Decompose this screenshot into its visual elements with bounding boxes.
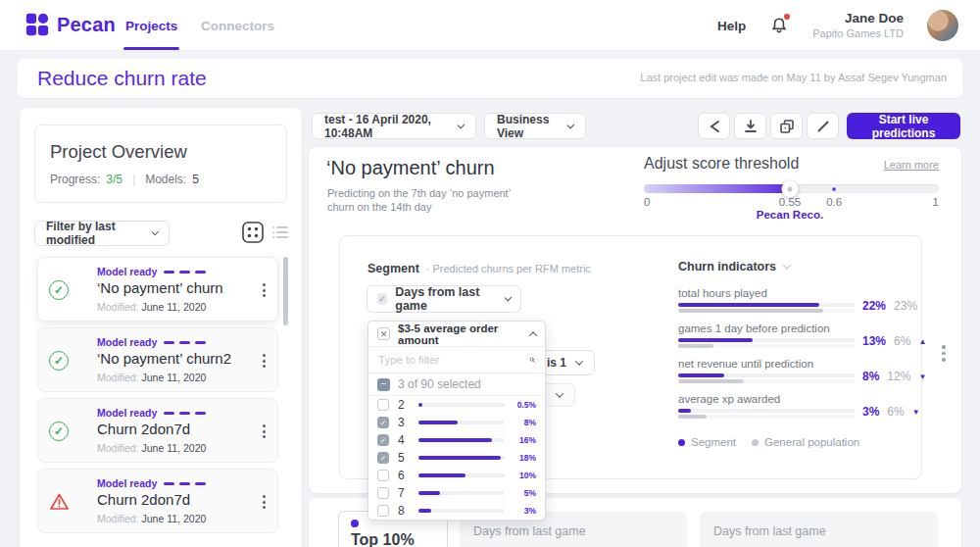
avatar[interactable] <box>927 10 958 41</box>
checkbox-icon[interactable]: ✓ <box>377 399 389 411</box>
view-dropdown[interactable]: Business View <box>484 113 586 139</box>
pecan-logo[interactable]: Pecan <box>24 12 116 37</box>
pecan-reco-label: Pecan Reco. <box>757 209 823 221</box>
model-name: ‘No payment’ churn2 <box>97 350 231 367</box>
distribution-bar <box>418 456 505 460</box>
filter-option[interactable]: ✓ 7 5% <box>368 484 545 502</box>
filter-dropdown[interactable]: Filter by last modified <box>34 221 170 246</box>
warning-triangle-icon <box>49 492 70 512</box>
close-icon[interactable]: ✕ <box>377 327 390 340</box>
grid-view-toggle[interactable] <box>241 221 265 244</box>
download-button[interactable] <box>734 113 766 139</box>
model-name: ‘No payment’ churn <box>97 279 223 296</box>
segment-value: 8% <box>862 370 879 383</box>
checkbox-icon[interactable]: ✓ <box>377 470 389 481</box>
card-menu-kebab-icon[interactable] <box>263 495 266 509</box>
modified-date: June 11, 2020 <box>142 513 207 524</box>
checkbox-icon[interactable]: ✓ <box>377 417 389 428</box>
checkbox-icon[interactable]: ✓ <box>377 452 389 464</box>
filter-search-input[interactable] <box>378 354 529 366</box>
models-count: 5 <box>192 173 199 186</box>
duplicate-button[interactable] <box>770 113 803 139</box>
filter-option[interactable]: ✓ 3 8% <box>368 414 545 431</box>
model-status: Model ready <box>97 266 157 277</box>
threshold-min: 0 <box>644 196 650 208</box>
edit-button[interactable] <box>807 113 839 139</box>
chevron-down-icon <box>575 357 583 365</box>
last-edit-note: Last project edit was made on May 11 by … <box>640 72 947 83</box>
tab-connectors[interactable]: Connectors <box>201 0 274 51</box>
indicator-row: games 1 day before prediction 13%6%▲ <box>678 323 923 334</box>
selected-filter-chip[interactable]: ✕ $3-5 average order amount <box>368 322 545 347</box>
population-legend-dot <box>752 439 759 446</box>
chevron-down-icon <box>504 294 512 302</box>
model-card[interactable]: Model ready ✓ ‘No payment’ churn2 Modifi… <box>37 327 278 392</box>
user-name: Jane Doe <box>812 11 904 26</box>
start-live-predictions-button[interactable]: Start live predictions <box>847 113 960 139</box>
project-overview-card: Project Overview Progress: 3/5 | Models:… <box>34 124 287 203</box>
population-bar <box>678 309 855 313</box>
churn-indicators-title: Churn indicators <box>678 260 776 274</box>
version-dropdown[interactable]: test - 16 April 2020, 10:48AM <box>312 113 476 139</box>
option-percent: 18% <box>519 453 536 463</box>
churn-indicators: Churn indicators total hours played 22%2… <box>677 236 923 478</box>
slider-fill <box>644 184 790 193</box>
learn-more-link[interactable]: Learn more <box>884 159 939 171</box>
progress-dashes-icon <box>164 412 206 415</box>
model-card[interactable]: Model ready ✓ Churn 2don7d Modified: Jun… <box>37 398 278 463</box>
meta-divider: | <box>132 173 135 186</box>
population-value: 6% <box>887 405 904 419</box>
option-percent: 3% <box>524 506 536 516</box>
checkbox-icon[interactable]: ✓ <box>377 434 389 446</box>
segment-value: 22% <box>862 299 886 313</box>
model-card[interactable]: Model ready ✓ ‘No payment’ churn Modifie… <box>37 257 278 322</box>
filter-option[interactable]: ✓ 6 10% <box>368 467 545 484</box>
modified-date: June 11, 2020 <box>142 301 207 313</box>
slider-handle[interactable] <box>781 180 798 197</box>
checkbox-icon[interactable]: ✓ <box>377 487 389 499</box>
threshold-max: 1 <box>933 196 939 208</box>
user-menu[interactable]: Jane Doe Papito Games LTD <box>812 11 904 39</box>
help-link[interactable]: Help <box>717 19 746 33</box>
metric-dropdown[interactable]: ✓ Days from last game <box>367 285 521 313</box>
chevron-down-icon <box>556 389 564 397</box>
download-icon <box>743 119 759 134</box>
notifications-bell-icon[interactable] <box>769 16 789 35</box>
filter-option[interactable]: ✓ 5 18% <box>368 449 545 467</box>
chart-placeholder[interactable]: Days from last game <box>700 512 938 547</box>
panel-menu-kebab-icon[interactable] <box>942 345 946 362</box>
population-bar <box>678 379 855 383</box>
filter-option[interactable]: ✓ 2 0.5% <box>368 396 545 414</box>
population-bar <box>678 344 855 348</box>
segment-title: Segment <box>368 262 419 275</box>
distribution-bar <box>418 421 505 424</box>
card-menu-kebab-icon[interactable] <box>263 283 266 297</box>
list-view-toggle[interactable] <box>270 223 290 242</box>
duplicate-icon <box>779 119 795 134</box>
checkbox-icon[interactable]: ✓ <box>377 505 389 517</box>
model-subtitle: Predicting on the 7th day ‘no payment’ c… <box>327 186 511 215</box>
threshold-slider[interactable] <box>644 184 939 193</box>
filter-search <box>368 347 545 373</box>
search-icon <box>529 353 535 367</box>
model-status: Model ready <box>97 477 157 489</box>
trend-down-icon: ▼ <box>912 408 921 417</box>
sidebar: Project Overview Progress: 3/5 | Models:… <box>20 108 302 547</box>
success-check-icon: ✓ <box>49 422 69 441</box>
card-menu-kebab-icon[interactable] <box>263 424 266 438</box>
filter-option[interactable]: ✓ 8 3% <box>368 502 545 520</box>
project-overview-title: Project Overview <box>50 141 187 163</box>
card-menu-kebab-icon[interactable] <box>263 354 266 368</box>
threshold-alt: 0.6 <box>826 196 842 208</box>
filter-option[interactable]: ✓ 4 16% <box>368 431 545 449</box>
score-threshold: Adjust score threshold Learn more 0 0.55… <box>644 155 939 173</box>
option-percent: 10% <box>519 471 536 480</box>
chevron-down-icon[interactable] <box>783 261 791 269</box>
segment-subtitle: · Predicted churns per RFM metric <box>426 263 591 274</box>
success-check-icon: ✓ <box>49 351 69 371</box>
share-button[interactable] <box>698 113 730 139</box>
tab-projects[interactable]: Projects <box>125 0 177 51</box>
sidebar-scrollbar[interactable] <box>283 257 288 325</box>
model-card[interactable]: Model ready Churn 2don7d Modified: June … <box>37 469 278 533</box>
indeterminate-checkbox-icon[interactable]: − <box>377 378 390 391</box>
